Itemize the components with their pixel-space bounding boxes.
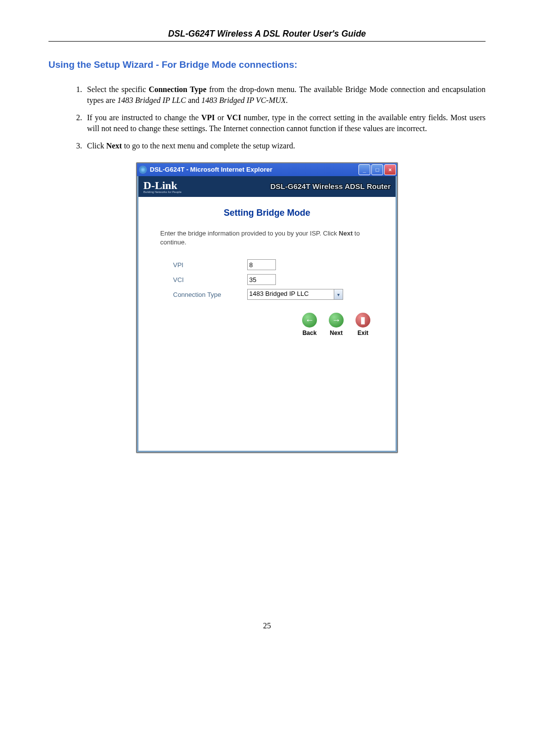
step2-part-d: VCI — [226, 113, 241, 122]
wizard-description: Enter the bridge information provided to… — [160, 229, 374, 246]
step1-part-d: 1483 Bridged IP LLC — [117, 96, 186, 104]
vpi-label: VPI — [173, 261, 247, 269]
list-item: Select the specific Connection Type from… — [84, 84, 486, 105]
step3-part-a: Click — [87, 142, 106, 150]
window-titlebar: DSL-G624T - Microsoft Internet Explorer … — [137, 163, 397, 176]
window-title: DSL-G624T - Microsoft Internet Explorer — [150, 166, 272, 173]
exit-label: Exit — [352, 330, 374, 336]
close-button[interactable]: × — [384, 164, 396, 175]
step1-part-e: and — [186, 96, 201, 104]
router-title: DSL-G624T Wireless ADSL Router — [270, 182, 391, 190]
next-label: Next — [325, 330, 347, 336]
page-number: 25 — [48, 621, 486, 630]
back-label: Back — [299, 330, 320, 336]
arrow-right-icon: → — [329, 313, 344, 328]
stop-icon: ▮ — [356, 313, 370, 328]
ie-icon — [139, 166, 147, 174]
vpi-input[interactable] — [247, 259, 276, 270]
step1-part-g: . — [286, 96, 288, 104]
list-item: If you are instructed to change the VPI … — [84, 112, 486, 134]
step2-part-b: VPI — [201, 113, 215, 122]
dlink-tagline: Building Networks for People — [143, 190, 181, 193]
connection-type-select[interactable]: 1483 Bridged IP LLC ▾ — [247, 289, 343, 300]
connection-type-value: 1483 Bridged IP LLC — [247, 289, 334, 300]
chevron-down-icon[interactable]: ▾ — [334, 289, 343, 300]
wizard-desc-a: Enter the bridge information provided to… — [160, 230, 339, 237]
connection-type-label: Connection Type — [173, 291, 247, 298]
vci-label: VCI — [173, 276, 247, 284]
running-header: DSL-G624T Wireless A DSL Router User's G… — [48, 29, 486, 41]
next-button[interactable]: → Next — [325, 313, 347, 336]
step1-part-a: Select the specific — [87, 85, 149, 94]
maximize-button[interactable]: □ — [371, 164, 383, 175]
vci-input[interactable] — [247, 274, 276, 285]
step1-part-b: Connection Type — [149, 85, 207, 94]
wizard-desc-b: Next — [339, 230, 353, 237]
back-button[interactable]: ← Back — [299, 313, 320, 336]
section-heading: Using the Setup Wizard - For Bridge Mode… — [48, 59, 486, 70]
arrow-left-icon: ← — [302, 313, 317, 328]
step2-part-c: or — [215, 113, 227, 122]
exit-button[interactable]: ▮ Exit — [352, 313, 374, 336]
step1-part-f: 1483 Bridged IP VC-MUX — [201, 96, 286, 104]
minimize-button[interactable]: _ — [358, 164, 370, 175]
step3-part-b: Next — [106, 142, 122, 150]
step3-part-c: to go to the next menu and complete the … — [122, 142, 295, 150]
header-rule — [48, 41, 486, 42]
step2-part-a: If you are instructed to change the — [87, 113, 201, 122]
screenshot-figure: DSL-G624T - Microsoft Internet Explorer … — [136, 162, 398, 453]
router-banner: D-Link Building Networks for People DSL-… — [138, 176, 396, 197]
list-item: Click Next to go to the next menu and co… — [84, 141, 486, 151]
instruction-list: Select the specific Connection Type from… — [48, 84, 486, 151]
wizard-heading: Setting Bridge Mode — [151, 208, 383, 218]
